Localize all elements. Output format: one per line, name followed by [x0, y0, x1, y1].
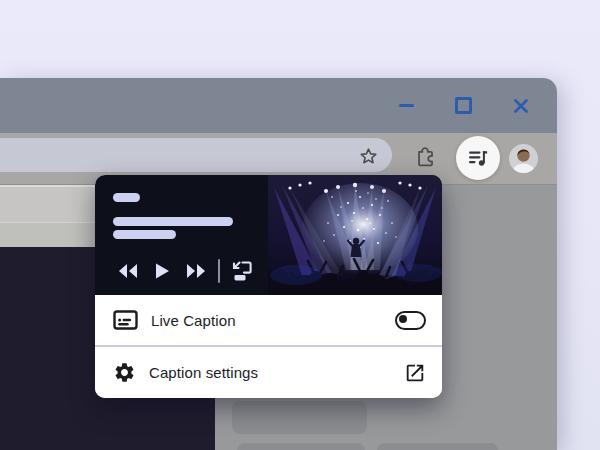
extensions-puzzle-icon — [414, 145, 436, 167]
skeleton-text-bar — [113, 230, 176, 239]
previous-track-button[interactable] — [113, 259, 143, 283]
media-artwork — [268, 175, 442, 295]
close-icon — [513, 98, 529, 114]
media-session-card[interactable] — [95, 175, 442, 295]
skeleton-text-bar — [113, 193, 140, 202]
skeleton-card — [377, 443, 498, 450]
media-controls-icon — [466, 146, 490, 170]
minimize-icon — [399, 104, 414, 107]
next-track-button[interactable] — [181, 259, 211, 283]
settings-gear-icon — [113, 361, 136, 384]
extensions-button[interactable] — [413, 144, 436, 167]
skeleton-card — [237, 443, 365, 450]
address-bar[interactable] — [0, 138, 392, 172]
maximize-button[interactable] — [455, 97, 472, 114]
toggle-knob — [399, 315, 407, 323]
caption-settings-row[interactable]: Caption settings — [95, 347, 442, 398]
skeleton-card — [232, 401, 367, 434]
maximize-icon — [455, 97, 472, 114]
open-external-icon[interactable] — [404, 362, 426, 384]
live-caption-icon — [113, 310, 138, 330]
picture-in-picture-icon — [230, 259, 254, 283]
bookmark-star-icon — [358, 146, 379, 167]
desktop: Live Caption Caption settings — [0, 0, 600, 450]
next-track-icon — [184, 262, 208, 280]
close-button[interactable] — [512, 97, 529, 114]
window-titlebar[interactable] — [0, 78, 557, 133]
previous-track-icon — [116, 262, 140, 280]
minimize-button[interactable] — [398, 97, 415, 114]
controls-divider — [218, 259, 220, 283]
play-icon — [154, 262, 170, 280]
live-caption-toggle[interactable] — [395, 311, 426, 330]
profile-avatar[interactable] — [509, 144, 538, 173]
live-caption-row[interactable]: Live Caption — [95, 295, 442, 345]
picture-in-picture-button[interactable] — [227, 259, 257, 283]
playback-controls — [113, 259, 257, 283]
media-controls-popup: Live Caption Caption settings — [95, 175, 442, 398]
media-controls-button[interactable] — [456, 136, 500, 180]
play-button[interactable] — [147, 259, 177, 283]
skeleton-text-bar — [113, 217, 233, 226]
caption-settings-label: Caption settings — [149, 364, 258, 381]
live-caption-label: Live Caption — [151, 312, 236, 329]
bookmark-star-button[interactable] — [357, 145, 379, 167]
